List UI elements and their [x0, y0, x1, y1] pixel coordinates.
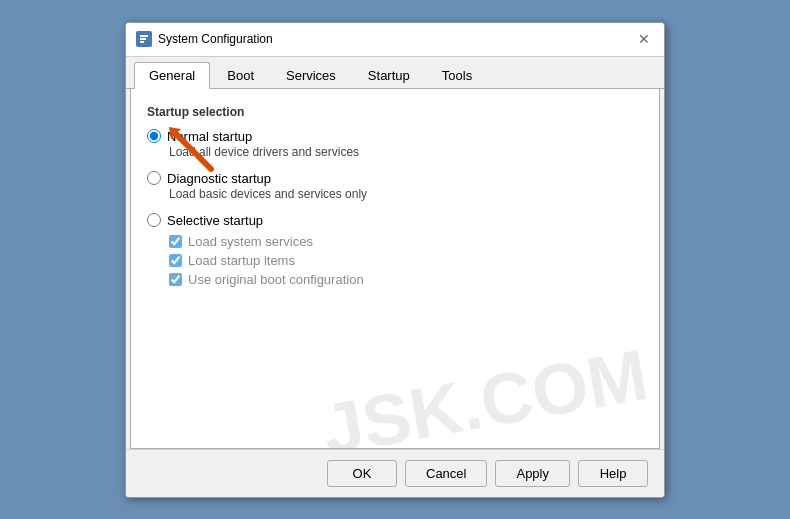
- selective-startup-item: Selective startup Load system services L…: [147, 213, 643, 287]
- close-button[interactable]: ✕: [634, 29, 654, 49]
- tab-boot[interactable]: Boot: [212, 62, 269, 89]
- diagnostic-startup-radio[interactable]: [147, 171, 161, 185]
- load-startup-items-checkbox[interactable]: [169, 254, 182, 267]
- normal-startup-desc: Load all device drivers and services: [169, 145, 643, 159]
- tab-services[interactable]: Services: [271, 62, 351, 89]
- tab-tools[interactable]: Tools: [427, 62, 487, 89]
- selective-checkboxes: Load system services Load startup items …: [169, 234, 643, 287]
- diagnostic-startup-text: Diagnostic startup: [167, 171, 271, 186]
- selective-startup-label[interactable]: Selective startup: [147, 213, 643, 228]
- title-bar-left: System Configuration: [136, 31, 273, 47]
- help-button[interactable]: Help: [578, 460, 648, 487]
- normal-startup-text: Normal startup: [167, 129, 252, 144]
- app-icon: [136, 31, 152, 47]
- svg-rect-3: [140, 41, 144, 43]
- selective-startup-text: Selective startup: [167, 213, 263, 228]
- load-system-services-label: Load system services: [188, 234, 313, 249]
- ok-button[interactable]: OK: [327, 460, 397, 487]
- svg-rect-2: [140, 38, 146, 40]
- title-bar: System Configuration ✕: [126, 23, 664, 57]
- selective-startup-radio[interactable]: [147, 213, 161, 227]
- system-config-window: System Configuration ✕ General Boot Serv…: [125, 22, 665, 498]
- apply-button[interactable]: Apply: [495, 460, 570, 487]
- startup-radio-group: Normal startup Load all device drivers a…: [147, 129, 643, 291]
- window-title: System Configuration: [158, 32, 273, 46]
- tab-bar: General Boot Services Startup Tools: [126, 57, 664, 89]
- watermark: JSK.COM: [317, 338, 653, 449]
- tab-content: JSK.COM Startup selection Normal startup…: [130, 89, 660, 449]
- diagnostic-startup-desc: Load basic devices and services only: [169, 187, 643, 201]
- use-original-boot-item: Use original boot configuration: [169, 272, 643, 287]
- tab-general[interactable]: General: [134, 62, 210, 89]
- normal-startup-radio[interactable]: [147, 129, 161, 143]
- normal-startup-label[interactable]: Normal startup: [147, 129, 643, 144]
- normal-startup-item: Normal startup Load all device drivers a…: [147, 129, 643, 167]
- use-original-boot-label: Use original boot configuration: [188, 272, 364, 287]
- footer: OK Cancel Apply Help: [126, 449, 664, 497]
- load-system-services-item: Load system services: [169, 234, 643, 249]
- diagnostic-startup-item: Diagnostic startup Load basic devices an…: [147, 171, 643, 209]
- cancel-button[interactable]: Cancel: [405, 460, 487, 487]
- diagnostic-startup-label[interactable]: Diagnostic startup: [147, 171, 643, 186]
- load-startup-items-item: Load startup items: [169, 253, 643, 268]
- use-original-boot-checkbox[interactable]: [169, 273, 182, 286]
- startup-selection-label: Startup selection: [147, 105, 643, 119]
- load-system-services-checkbox[interactable]: [169, 235, 182, 248]
- svg-rect-1: [140, 35, 148, 37]
- tab-startup[interactable]: Startup: [353, 62, 425, 89]
- load-startup-items-label: Load startup items: [188, 253, 295, 268]
